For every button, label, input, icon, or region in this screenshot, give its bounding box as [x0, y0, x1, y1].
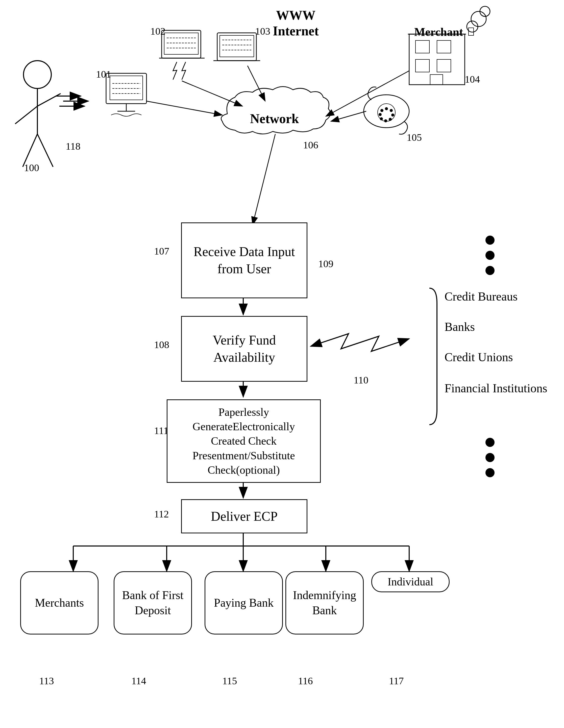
svg-rect-20: [164, 33, 198, 54]
svg-point-70: [485, 438, 495, 447]
svg-point-43: [389, 118, 392, 121]
svg-rect-26: [220, 35, 254, 57]
ref-117: 117: [389, 675, 404, 687]
svg-point-75: [480, 6, 490, 16]
ref-107: 107: [154, 245, 169, 257]
svg-point-44: [384, 119, 387, 122]
svg-point-41: [390, 109, 393, 112]
ref-103: 103: [255, 25, 270, 37]
svg-line-52: [331, 111, 366, 121]
ref-118: 118: [66, 140, 81, 152]
svg-line-51: [326, 71, 409, 116]
svg-line-53: [253, 134, 275, 225]
merchants-box: Merchants: [20, 571, 99, 634]
svg-rect-33: [415, 40, 429, 53]
ref-106: 106: [303, 139, 318, 151]
ref-101: 101: [96, 68, 111, 80]
svg-point-68: [485, 251, 495, 260]
svg-rect-35: [415, 59, 429, 72]
ref-110: 110: [353, 374, 368, 386]
ref-111: 111: [154, 425, 169, 437]
banks-label: Banks: [444, 320, 475, 334]
svg-rect-34: [437, 40, 451, 53]
svg-rect-19: [162, 30, 201, 58]
ref-104: 104: [465, 73, 480, 85]
svg-point-73: [467, 21, 478, 32]
ref-115: 115: [222, 675, 237, 687]
svg-line-8: [37, 134, 53, 167]
paying-bank-box: Paying Bank: [205, 571, 283, 634]
deliver-ecp-box: Deliver ECP: [181, 499, 307, 533]
ref-113: 113: [39, 675, 54, 687]
financial-institutions-label: Financial Institutions: [444, 380, 547, 396]
svg-point-42: [391, 113, 394, 117]
network-cloud-label: Network: [250, 111, 299, 126]
ref-100: 100: [24, 162, 39, 174]
svg-point-67: [485, 236, 495, 245]
ref-116: 116: [298, 675, 313, 687]
www-internet-label: WWW Internet: [273, 8, 319, 39]
svg-rect-36: [437, 59, 451, 72]
svg-point-69: [485, 266, 495, 275]
verify-fund-box: Verify Fund Availability: [181, 316, 307, 382]
svg-rect-31: [409, 34, 465, 85]
svg-point-72: [485, 468, 495, 477]
svg-rect-13: [110, 76, 143, 100]
svg-line-50: [248, 66, 265, 101]
ref-102: 102: [150, 25, 166, 37]
ref-105: 105: [407, 131, 422, 143]
svg-rect-12: [106, 73, 147, 104]
indemnifying-bank-box: Indemnifying Bank: [285, 571, 364, 634]
svg-point-40: [385, 107, 388, 110]
svg-point-74: [471, 11, 486, 27]
paperlessly-box: PaperlesslyGenerateElectronicallyCreated…: [167, 399, 321, 483]
svg-point-47: [380, 109, 383, 112]
ref-109: 109: [318, 258, 333, 270]
svg-point-45: [380, 117, 383, 120]
svg-line-5: [15, 106, 37, 124]
diagram-container: WWW Internet Network Merchant 100 118 10…: [0, 0, 564, 728]
svg-point-38: [364, 95, 409, 128]
individual-box: Individual: [371, 571, 450, 592]
svg-point-3: [24, 61, 51, 88]
credit-unions-label: Credit Unions: [444, 350, 513, 364]
svg-line-48: [147, 101, 222, 115]
svg-point-39: [377, 104, 395, 121]
svg-line-49: [182, 81, 243, 106]
svg-point-71: [485, 453, 495, 462]
credit-bureaus-label: Credit Bureaus: [444, 289, 517, 303]
ref-108: 108: [154, 339, 169, 351]
merchant-label: Merchant: [414, 25, 463, 39]
svg-line-6: [37, 94, 61, 106]
svg-rect-25: [217, 33, 257, 61]
bank-first-deposit-box: Bank of First Deposit: [114, 571, 192, 634]
receive-data-box: Receive Data Input from User: [181, 222, 307, 298]
svg-point-46: [379, 113, 382, 116]
ref-112: 112: [154, 508, 169, 520]
svg-rect-37: [430, 75, 443, 85]
svg-rect-76: [468, 28, 474, 35]
ref-114: 114: [131, 675, 146, 687]
